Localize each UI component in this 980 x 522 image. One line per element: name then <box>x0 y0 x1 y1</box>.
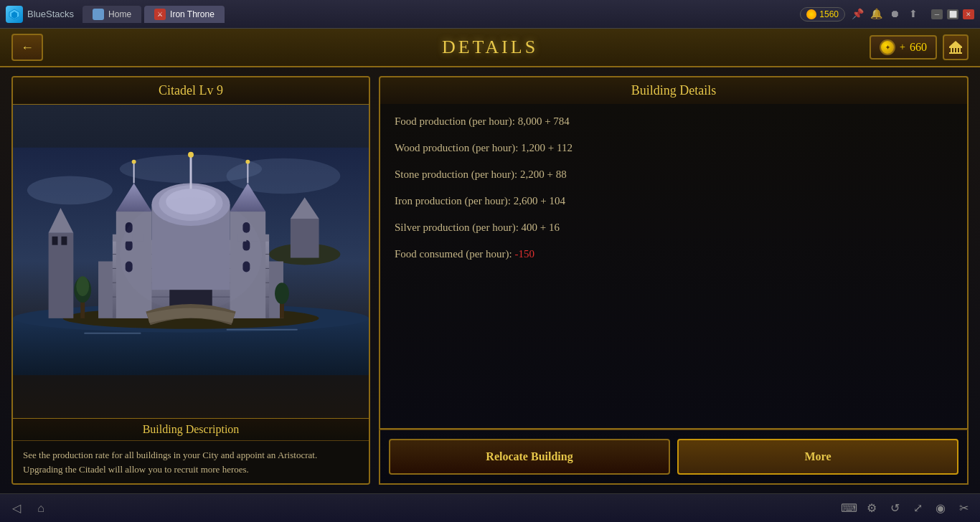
svg-rect-17 <box>227 329 298 331</box>
svg-rect-2 <box>949 47 962 48</box>
svg-rect-5 <box>956 48 958 52</box>
bell-icon[interactable]: 🔔 <box>870 8 882 21</box>
coin-icon: ✦ <box>880 39 895 55</box>
content-area: Citadel Lv 9 <box>0 67 980 493</box>
svg-point-57 <box>275 283 289 304</box>
settings-icon[interactable]: ⚙ <box>864 500 880 516</box>
cut-icon[interactable]: ✂ <box>956 500 971 516</box>
currency-display: ✦ + 660 <box>870 35 937 60</box>
currency-value: 660 <box>910 41 927 54</box>
bluestacks-logo: BlueStacks <box>6 6 74 23</box>
titlebar-right: 1560 📌 🔔 ⏺ ⬆ ─ ⬜ ✕ <box>800 7 974 22</box>
stat-iron-production-label: Iron production (per hour): 2,600 + 104 <box>395 195 565 207</box>
topbar-right: ✦ + 660 <box>870 34 969 60</box>
stat-iron-production: Iron production (per hour): 2,600 + 104 <box>395 194 953 209</box>
pin-icon[interactable]: 📌 <box>851 8 864 21</box>
back-arrow-icon: ← <box>21 40 34 55</box>
bs-logo-icon <box>6 6 23 23</box>
window-controls: ─ ⬜ ✕ <box>931 9 974 19</box>
stat-food-production-label: Food production (per hour): 8,000 + 784 <box>395 115 570 127</box>
svg-rect-19 <box>49 233 74 318</box>
svg-rect-21 <box>52 237 58 245</box>
record-icon[interactable]: ⏺ <box>888 8 901 21</box>
restore-button[interactable]: ⬜ <box>947 9 958 19</box>
home-nav-icon[interactable]: ⌂ <box>33 500 49 516</box>
svg-rect-6 <box>959 48 961 52</box>
game-topbar: ← DETAILS ✦ + 660 <box>0 29 980 67</box>
stat-wood-production-label: Wood production (per hour): 1,200 + 112 <box>395 142 573 153</box>
back-button[interactable]: ← <box>11 34 43 61</box>
svg-point-55 <box>76 276 89 296</box>
stat-food-production: Food production (per hour): 8,000 + 784 <box>395 114 953 129</box>
building-card: Citadel Lv 9 <box>11 76 370 485</box>
game-tab[interactable]: ⚔ Iron Throne <box>144 6 225 23</box>
details-buttons: Relocate Building More <box>379 430 969 485</box>
svg-rect-58 <box>113 234 121 242</box>
share-icon[interactable]: ⬆ <box>907 8 920 21</box>
svg-point-64 <box>120 197 262 311</box>
stat-food-consumed: Food consumed (per hour): -150 <box>395 247 953 262</box>
home-tab-icon <box>93 9 104 20</box>
stat-food-consumed-label: Food consumed (per hour): <box>395 248 514 260</box>
taskbar: ◁ ⌂ ⌨ ⚙ ↺ ⤢ ◉ ✂ <box>0 493 980 522</box>
svg-point-10 <box>27 176 113 204</box>
location-icon[interactable]: ◉ <box>933 500 948 516</box>
game-tab-label: Iron Throne <box>170 9 215 19</box>
close-button[interactable]: ✕ <box>963 9 974 19</box>
building-card-title: Citadel Lv 9 <box>13 77 369 105</box>
relocate-building-button[interactable]: Relocate Building <box>389 439 670 475</box>
more-button[interactable]: More <box>677 439 958 475</box>
game-area: ← DETAILS ✦ + 660 <box>0 29 980 493</box>
page-title: DETAILS <box>442 37 538 58</box>
points-value: 1560 <box>819 9 839 19</box>
points-display: 1560 <box>800 7 845 22</box>
rotate-icon[interactable]: ↺ <box>887 500 903 516</box>
resize-icon[interactable]: ⤢ <box>910 500 925 516</box>
stat-wood-production: Wood production (per hour): 1,200 + 112 <box>395 141 953 156</box>
stat-silver-production-label: Silver production (per hour): 400 + 16 <box>395 222 560 233</box>
svg-rect-63 <box>260 234 269 242</box>
svg-rect-4 <box>953 48 955 52</box>
points-icon <box>806 9 816 19</box>
bluestacks-label: BlueStacks <box>27 9 74 19</box>
svg-point-49 <box>245 160 250 164</box>
building-description-title: Building Description <box>13 418 369 440</box>
titlebar: BlueStacks Home ⚔ Iron Throne 1560 📌 🔔 ⏺… <box>0 0 980 29</box>
keyboard-icon[interactable]: ⌨ <box>841 500 857 516</box>
home-tab-label: Home <box>108 9 131 19</box>
stat-silver-production: Silver production (per hour): 400 + 16 <box>395 220 953 235</box>
home-tab[interactable]: Home <box>83 6 141 23</box>
details-panel: Building Details Food production (per ho… <box>379 76 969 485</box>
svg-rect-16 <box>84 333 141 334</box>
stat-stone-production: Stone production (per hour): 2,200 + 88 <box>395 167 953 182</box>
back-nav-icon[interactable]: ◁ <box>9 500 24 516</box>
building-image <box>13 105 369 418</box>
svg-rect-7 <box>949 52 962 54</box>
bank-icon[interactable] <box>943 34 969 60</box>
svg-rect-24 <box>291 219 319 258</box>
minimize-button[interactable]: ─ <box>931 9 943 19</box>
svg-rect-22 <box>61 237 67 245</box>
svg-point-42 <box>132 160 136 164</box>
svg-point-38 <box>188 152 194 158</box>
details-title: Building Details <box>379 76 969 104</box>
svg-marker-8 <box>949 41 962 47</box>
svg-rect-3 <box>951 48 952 52</box>
taskbar-right: ⌨ ⚙ ↺ ⤢ ◉ ✂ <box>841 500 971 516</box>
game-tab-icon: ⚔ <box>154 9 166 20</box>
stat-food-consumed-value: -150 <box>514 248 534 260</box>
coin-add-icon[interactable]: + <box>900 42 905 53</box>
details-content: Food production (per hour): 8,000 + 784 … <box>379 104 969 430</box>
stat-stone-production-label: Stone production (per hour): 2,200 + 88 <box>395 169 567 180</box>
building-description-text: See the production rate for all building… <box>13 440 369 483</box>
